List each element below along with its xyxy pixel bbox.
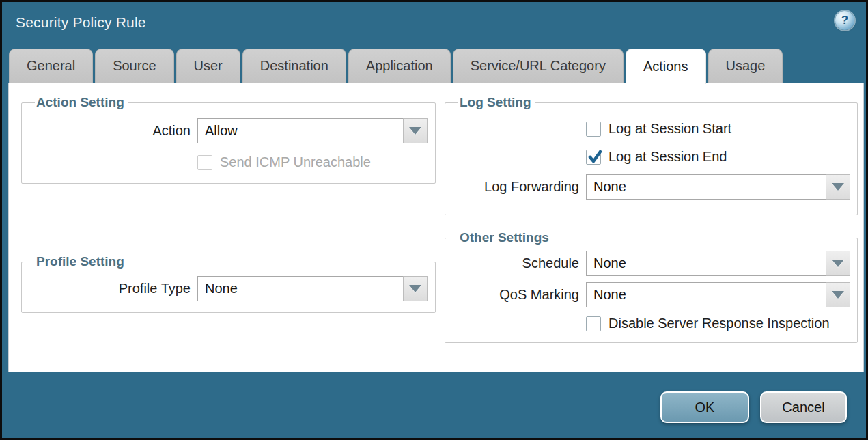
- log-setting-legend: Log Setting: [458, 95, 535, 110]
- tab-bar: General Source User Destination Applicat…: [9, 49, 783, 84]
- send-icmp-unreachable-checkbox: [197, 155, 212, 170]
- log-at-session-end-label: Log at Session End: [608, 149, 727, 165]
- schedule-dropdown-button[interactable]: [826, 251, 850, 276]
- log-forwarding-label: Log Forwarding: [452, 179, 579, 195]
- profile-setting-group: Profile Setting Profile Type None: [21, 254, 436, 313]
- tab-service-url-category[interactable]: Service/URL Category: [453, 49, 624, 83]
- schedule-dropdown[interactable]: None: [586, 251, 850, 276]
- action-label: Action: [29, 123, 191, 139]
- chevron-down-icon: [409, 127, 421, 135]
- chevron-down-icon: [832, 260, 844, 267]
- other-settings-legend: Other Settings: [458, 230, 553, 245]
- action-dropdown[interactable]: Allow: [197, 118, 428, 143]
- log-at-session-start-label: Log at Session Start: [608, 121, 731, 137]
- action-setting-group: Action Setting Action Allow Send ICMP Un…: [21, 95, 436, 184]
- disable-server-response-inspection-label: Disable Server Response Inspection: [608, 316, 830, 331]
- disable-server-response-inspection-checkbox[interactable]: [586, 316, 601, 331]
- send-icmp-unreachable-label: Send ICMP Unreachable: [220, 154, 371, 170]
- log-forwarding-dropdown-button[interactable]: [826, 174, 850, 200]
- profile-type-dropdown[interactable]: None: [197, 276, 428, 301]
- chevron-down-icon: [832, 183, 844, 191]
- other-settings-group: Other Settings Schedule None QoS Marking…: [445, 230, 858, 343]
- title-bar: Security Policy Rule ?: [2, 2, 866, 44]
- log-at-session-end-checkbox[interactable]: [586, 150, 601, 165]
- security-policy-rule-dialog: Security Policy Rule ? General Source Us…: [0, 0, 868, 440]
- chevron-down-icon: [409, 285, 421, 292]
- qos-marking-dropdown-value[interactable]: None: [586, 282, 826, 307]
- ok-button[interactable]: OK: [660, 391, 749, 423]
- tab-user[interactable]: User: [176, 49, 240, 83]
- help-icon[interactable]: ?: [835, 11, 854, 30]
- log-forwarding-dropdown-value[interactable]: None: [586, 174, 826, 200]
- actions-tab-panel: Action Setting Action Allow Send ICMP Un…: [8, 83, 864, 372]
- tab-destination[interactable]: Destination: [242, 49, 346, 83]
- log-forwarding-dropdown[interactable]: None: [586, 174, 850, 200]
- profile-type-dropdown-button[interactable]: [403, 276, 428, 301]
- profile-type-label: Profile Type: [29, 281, 191, 297]
- dialog-title: Security Policy Rule: [16, 14, 146, 31]
- qos-marking-dropdown-button[interactable]: [826, 282, 850, 307]
- tab-source[interactable]: Source: [95, 49, 173, 83]
- chevron-down-icon: [832, 291, 844, 299]
- tab-general[interactable]: General: [9, 49, 93, 83]
- schedule-label: Schedule: [452, 256, 579, 271]
- qos-marking-dropdown[interactable]: None: [586, 282, 850, 307]
- action-dropdown-value[interactable]: Allow: [197, 118, 403, 143]
- qos-marking-label: QoS Marking: [452, 287, 579, 303]
- profile-setting-legend: Profile Setting: [35, 254, 128, 269]
- cancel-button[interactable]: Cancel: [760, 391, 847, 423]
- action-setting-legend: Action Setting: [35, 95, 128, 110]
- tab-usage[interactable]: Usage: [708, 49, 783, 83]
- tab-actions[interactable]: Actions: [626, 49, 706, 84]
- log-at-session-start-checkbox[interactable]: [586, 122, 601, 137]
- profile-type-dropdown-value[interactable]: None: [197, 276, 403, 301]
- schedule-dropdown-value[interactable]: None: [586, 251, 826, 276]
- tab-application[interactable]: Application: [348, 49, 451, 83]
- action-dropdown-button[interactable]: [403, 118, 428, 143]
- log-setting-group: Log Setting Log at Session Start Log at …: [445, 95, 858, 215]
